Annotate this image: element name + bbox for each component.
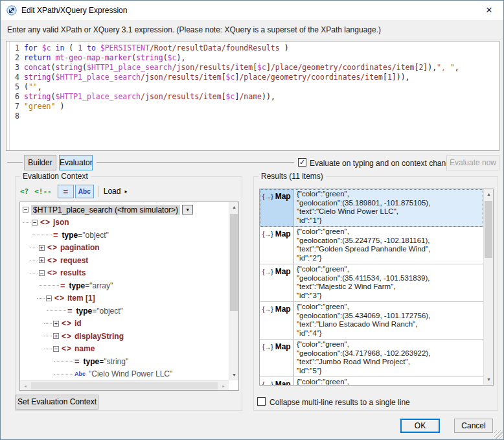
code-segment: ( [24, 82, 29, 91]
results-list[interactable]: {→}Map{"color":"green","geolocation":(35… [259, 189, 494, 386]
scroll-down-icon[interactable]: ▼ [484, 375, 494, 385]
result-row[interactable]: {→}Map{"color":"green","geolocation":(35… [260, 189, 483, 227]
expander-plus-icon[interactable]: + [39, 257, 45, 263]
attribute-equals: = [99, 357, 104, 366]
tree-row[interactable]: −<>results [20, 267, 229, 280]
tree-row[interactable]: −<>json [20, 216, 229, 229]
code-segment: /name [239, 92, 262, 101]
tree-row[interactable]: +<>request [20, 254, 229, 267]
code-segment: $HTTP1_place_search [55, 73, 141, 82]
result-line: "geolocation":(34.717968, -102.263922), [297, 349, 430, 358]
tree-row[interactable]: =type = "array" [20, 279, 229, 292]
attribute-icon: = [60, 281, 65, 290]
expander-plus-icon[interactable]: + [53, 333, 59, 339]
code-segment: ]), [423, 63, 437, 72]
tree-row[interactable]: =type = "object" [20, 305, 229, 318]
expander-minus-icon[interactable]: − [39, 270, 45, 276]
tree-label: $HTTP1_place_search (<from simulator>) [31, 205, 180, 215]
scroll-left-icon[interactable]: ◂ [20, 381, 30, 391]
evaluate-on-typing-checkbox[interactable]: ✓ [298, 158, 306, 167]
code-segment: ])), [392, 73, 410, 82]
collapse-results-label[interactable]: Collapse multi-line results to a single … [269, 398, 410, 407]
builder-button[interactable]: Builder [24, 155, 56, 170]
scroll-right-icon[interactable]: ▸ [218, 381, 229, 391]
tree-row[interactable]: Abc"Cielo Wind Power LLC" [20, 368, 229, 381]
code-segment: string [55, 63, 82, 72]
map-icon: {→} [262, 343, 273, 351]
expander-plus-icon[interactable]: + [39, 245, 45, 251]
tree-row[interactable]: +<>pagination [20, 242, 229, 255]
evaluation-context-tree[interactable]: −$HTTP1_place_search (<from simulator>)▼… [19, 202, 239, 391]
element-icon: <> [62, 319, 72, 328]
tree-connector [40, 285, 59, 286]
tree-horizontal-scrollbar[interactable]: ◂ ▸ [20, 380, 229, 390]
context-dropdown-icon[interactable]: ▼ [182, 205, 193, 214]
expander-minus-icon[interactable]: − [46, 295, 52, 301]
tree-row[interactable]: +<>id [20, 318, 229, 330]
result-line: "id":"4"} [297, 329, 430, 338]
collapse-results-checkbox[interactable] [257, 397, 266, 406]
code-segment: $c [226, 73, 235, 82]
result-type-cell: {→}Map [260, 227, 294, 264]
resize-grip[interactable] [494, 430, 503, 439]
tree-label: request [60, 256, 88, 265]
tree-row[interactable]: =type = "string" [20, 355, 229, 368]
result-row[interactable]: {→}Map{"color":"green","geolocation":(35… [260, 264, 483, 302]
evaluate-now-button[interactable]: Evaluate now [446, 155, 499, 170]
expander-minus-icon[interactable]: − [32, 220, 38, 226]
expander-minus-icon[interactable]: − [23, 207, 29, 213]
close-icon[interactable]: ✕ [479, 3, 499, 18]
result-row[interactable]: {→}Map{"color":"green","geolocation":(34… [260, 340, 483, 377]
code-segment: ( [69, 43, 78, 52]
tree-scroll-thumb[interactable] [230, 214, 238, 311]
tree-row[interactable]: =type = "object" [20, 229, 229, 242]
xpath-expression-editor[interactable]: 1for $c in ( 1 to $PERSISTENT/Root/resul… [6, 41, 499, 151]
load-button[interactable]: Load [104, 187, 121, 196]
editor-margin-line [9, 41, 10, 150]
code-segment: $HTTP1_place_search [87, 63, 172, 72]
evaluate-on-typing-label[interactable]: Evaluate on typing and on context change [310, 159, 455, 168]
result-row[interactable]: {→}Map{"color":"green","geolocation":(35… [260, 227, 483, 264]
tree-connector [54, 361, 73, 362]
show-attributes-toggle[interactable]: = [58, 185, 74, 198]
scroll-down-icon[interactable]: ▼ [229, 370, 239, 380]
tree-row[interactable]: −$HTTP1_place_search (<from simulator>)▼ [20, 203, 229, 216]
xml-declaration-icon[interactable]: <? [20, 187, 29, 196]
divider [97, 162, 294, 163]
expander-minus-icon[interactable]: − [53, 346, 59, 352]
results-scroll-thumb[interactable] [485, 201, 492, 258]
scroll-up-icon[interactable]: ▲ [229, 202, 239, 213]
comment-icon[interactable]: <!-- [34, 187, 52, 196]
results-group-label: Results (11 items) [258, 172, 326, 181]
tree-hscroll-thumb[interactable] [31, 382, 218, 389]
tree-label: pagination [60, 243, 100, 252]
result-line: "text":"Llano Estacado Wind Ranch", [297, 320, 430, 329]
show-text-values-toggle[interactable]: Abc [75, 185, 94, 198]
tree-vertical-scrollbar[interactable]: ▲ ▼ [229, 202, 238, 380]
cancel-button[interactable]: Cancel [454, 419, 493, 433]
evaluator-button[interactable]: Evaluator [59, 155, 93, 170]
result-line: "text":"Cielo Wind Power LLC", [297, 207, 430, 216]
tree-row[interactable]: +<>displayString [20, 330, 229, 343]
expander-plus-icon[interactable]: + [53, 321, 59, 327]
set-evaluation-context-button[interactable]: Set Evaluation Context [16, 395, 98, 410]
tree-label: type [76, 307, 93, 316]
code-segment: /json/results/item [172, 63, 253, 72]
tree-row[interactable]: −<>name [20, 343, 229, 356]
tree-label: json [53, 218, 69, 227]
results-vertical-scrollbar[interactable]: ▲ ▼ [483, 189, 493, 385]
result-type-label: Map [275, 305, 291, 314]
tree-row[interactable]: −<>item [1] [20, 292, 229, 305]
tree-connector [44, 336, 52, 336]
result-line: "geolocation":(35.411534, -101.531839), [297, 274, 430, 283]
result-row[interactable]: {→}Map{"color":"green","geolocation":(35… [260, 377, 483, 385]
scroll-up-icon[interactable]: ▲ [484, 189, 494, 200]
code-segment: ", " [437, 63, 455, 72]
line-number: 2 [6, 53, 19, 63]
result-line: "id":"5"} [297, 367, 430, 376]
code-segment: concat [24, 63, 51, 72]
result-row[interactable]: {→}Map{"color":"green","geolocation":(35… [260, 302, 483, 340]
load-dropdown-arrow-icon[interactable]: ▸ [124, 189, 127, 194]
title-bar[interactable]: Edit XPath/XQuery Expression ✕ [1, 1, 503, 20]
ok-button[interactable]: OK [400, 419, 440, 433]
